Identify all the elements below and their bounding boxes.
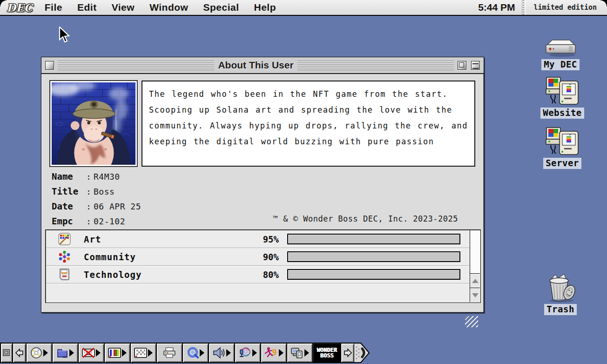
- printer-button[interactable]: [156, 343, 183, 363]
- sound-input-button[interactable]: [234, 343, 261, 363]
- edition-label: limited edition: [526, 3, 607, 12]
- network-computers-icon: [546, 127, 579, 156]
- strip-tab-button[interactable]: [0, 343, 13, 363]
- microphone-disc-icon: [238, 347, 251, 359]
- bio-box: The legend who's been in the NFT game fr…: [142, 81, 475, 167]
- skills-panel: Art 95%: [45, 229, 481, 303]
- desktop-icon-label[interactable]: Trash: [544, 304, 577, 315]
- skill-name: Technology: [84, 270, 244, 280]
- desktop: DEC File Edit View Window Special Help 5…: [0, 0, 607, 364]
- wonder-boss-label: BOSS: [320, 353, 334, 358]
- submenu-arrow-icon: [200, 349, 204, 357]
- printer-icon: [163, 347, 176, 359]
- hard-drive-icon: [543, 39, 578, 58]
- submenu-arrow-icon: [226, 349, 231, 357]
- submenu-arrow-icon: [279, 349, 283, 357]
- submenu-arrow-icon: [148, 349, 153, 357]
- submenu-arrow-icon: [122, 349, 127, 357]
- titlebar-stripes: [58, 61, 214, 70]
- field-name: Name : R4M30: [52, 169, 141, 184]
- wonder-boss-badge-button[interactable]: WONDER BOSS: [312, 343, 341, 363]
- screen-corner: [600, 0, 607, 7]
- device-sync-icon: [290, 347, 304, 359]
- menu-special[interactable]: Special: [203, 2, 239, 13]
- right-arrow-icon: [343, 348, 352, 357]
- vertical-scrollbar[interactable]: [470, 230, 480, 302]
- collapse-box-icon[interactable]: [471, 61, 480, 70]
- scroll-left-button[interactable]: [12, 343, 27, 363]
- menu-bar: DEC File Edit View Window Special Help 5…: [0, 0, 607, 16]
- user-fields: Name : R4M30 Title : Boss Date : 06 APR …: [52, 169, 141, 229]
- field-empc: Empc : 02-102: [52, 214, 141, 229]
- desktop-icon-label[interactable]: Server: [543, 158, 581, 169]
- skill-percent: 95%: [244, 234, 279, 244]
- window-titlebar[interactable]: About This User: [41, 57, 484, 74]
- user-avatar: [49, 80, 138, 167]
- art-palette-icon: [58, 233, 71, 245]
- menu-help[interactable]: Help: [254, 2, 276, 13]
- submenu-arrow-icon: [69, 349, 74, 357]
- quicktime-icon: [187, 347, 199, 359]
- menubar-clock[interactable]: 5:44 PM: [472, 2, 521, 13]
- skill-progressbar: [287, 251, 460, 262]
- up-arrow-icon: [472, 279, 479, 283]
- keyboard-x-icon: [82, 347, 95, 358]
- field-title: Title : Boss: [52, 184, 141, 199]
- folder-icon: [56, 347, 68, 359]
- cd-icon: [30, 347, 42, 359]
- mouse-cursor-icon: [59, 27, 71, 45]
- quicktime-button[interactable]: [182, 343, 209, 363]
- skill-row-art: Art 95%: [46, 230, 470, 248]
- community-network-icon: [58, 250, 71, 263]
- scroll-down-button[interactable]: [470, 288, 480, 302]
- close-box-icon[interactable]: [45, 61, 54, 70]
- skill-progressbar: [287, 269, 460, 280]
- file-sharing-button[interactable]: [52, 343, 79, 363]
- bio-text: The legend who's been in the NFT game fr…: [149, 86, 468, 149]
- trash-can-icon: [545, 274, 576, 303]
- menubar-divider: [522, 0, 526, 15]
- down-arrow-icon: [472, 293, 479, 297]
- technology-disk-icon: [58, 268, 71, 281]
- field-date: Date : 06 APR 25: [52, 199, 141, 214]
- dec-logo[interactable]: DEC: [7, 1, 33, 14]
- menu-file[interactable]: File: [45, 2, 62, 13]
- window-title: About This User: [218, 60, 293, 71]
- cd-audio-button[interactable]: [26, 343, 53, 363]
- strip-end-tab[interactable]: [354, 343, 371, 363]
- skill-name: Art: [84, 234, 244, 244]
- resolution-button[interactable]: [130, 343, 157, 363]
- desktop-icon-website[interactable]: Website: [541, 76, 584, 119]
- menu-view[interactable]: View: [112, 2, 135, 13]
- desktop-icon-my-dec[interactable]: My DEC: [539, 39, 582, 70]
- menu-edit[interactable]: Edit: [77, 2, 97, 13]
- screen-corner: [0, 0, 7, 7]
- color-depth-button[interactable]: [104, 343, 131, 363]
- keyboard-off-button[interactable]: [78, 343, 105, 363]
- desktop-icon-label[interactable]: My DEC: [541, 59, 580, 70]
- scroll-up-button[interactable]: [470, 273, 480, 288]
- energy-runner-button[interactable]: 9: [260, 343, 287, 363]
- scroll-right-button[interactable]: [340, 343, 355, 363]
- control-strip: 9 WONDER BOSS: [0, 343, 371, 363]
- menu-window[interactable]: Window: [149, 2, 188, 13]
- volume-button[interactable]: [208, 343, 235, 363]
- submenu-arrow-icon: [43, 349, 48, 357]
- desktop-icon-server[interactable]: Server: [541, 127, 584, 169]
- strip-pull-tab-icon: [354, 343, 371, 363]
- skill-name: Community: [84, 252, 244, 262]
- strip-tab-icon: [3, 349, 10, 357]
- desktop-icon-label[interactable]: Website: [540, 108, 584, 119]
- zoom-box-icon[interactable]: [458, 61, 466, 70]
- speaker-icon: [212, 347, 225, 359]
- desktop-icon-trash[interactable]: Trash: [539, 274, 582, 315]
- network-computers-icon: [546, 76, 579, 106]
- runner-icon: 9: [264, 347, 278, 359]
- skill-row-technology: Technology 80%: [46, 266, 470, 283]
- skill-progressbar: [287, 234, 460, 244]
- about-this-user-window: About This User: [41, 57, 484, 313]
- skill-percent: 80%: [244, 270, 279, 280]
- resize-grip-icon[interactable]: [465, 316, 478, 327]
- sync-button[interactable]: [286, 343, 313, 363]
- left-arrow-icon: [15, 348, 24, 357]
